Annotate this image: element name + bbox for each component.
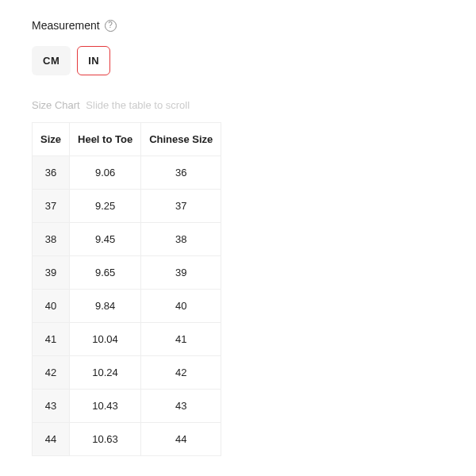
cell-heel-to-toe: 9.25 bbox=[70, 190, 141, 223]
cell-heel-to-toe: 9.65 bbox=[70, 256, 141, 290]
help-icon[interactable]: ? bbox=[105, 20, 117, 32]
size-measurement-panel: Measurement ? CM IN Size Chart Slide the… bbox=[0, 0, 476, 456]
table-row: 4410.6344 bbox=[33, 423, 221, 456]
cell-heel-to-toe: 10.43 bbox=[70, 390, 141, 423]
cell-heel-to-toe: 10.24 bbox=[70, 356, 141, 390]
size-chart-scroll-hint: Slide the table to scroll bbox=[86, 99, 190, 111]
size-chart-label: Size Chart bbox=[32, 99, 80, 111]
cell-chinese-size: 44 bbox=[141, 423, 221, 456]
table-row: 369.0636 bbox=[33, 156, 221, 190]
col-size: Size bbox=[33, 123, 70, 156]
cell-chinese-size: 39 bbox=[141, 256, 221, 290]
col-heel-to-toe: Heel to Toe bbox=[70, 123, 141, 156]
measurement-header: Measurement ? bbox=[32, 19, 476, 32]
cell-heel-to-toe: 9.45 bbox=[70, 223, 141, 256]
table-row: 4110.0441 bbox=[33, 323, 221, 356]
cell-size: 44 bbox=[33, 423, 70, 456]
cell-size: 39 bbox=[33, 256, 70, 290]
cell-chinese-size: 40 bbox=[141, 290, 221, 323]
table-row: 409.8440 bbox=[33, 290, 221, 323]
unit-in-button[interactable]: IN bbox=[77, 46, 110, 75]
cell-size: 38 bbox=[33, 223, 70, 256]
table-row: 379.2537 bbox=[33, 190, 221, 223]
cell-heel-to-toe: 10.63 bbox=[70, 423, 141, 456]
cell-size: 40 bbox=[33, 290, 70, 323]
col-chinese-size: Chinese Size bbox=[141, 123, 221, 156]
cell-size: 36 bbox=[33, 156, 70, 190]
cell-size: 43 bbox=[33, 390, 70, 423]
table-header-row: Size Heel to Toe Chinese Size bbox=[33, 123, 221, 156]
table-row: 4210.2442 bbox=[33, 356, 221, 390]
table-row: 399.6539 bbox=[33, 256, 221, 290]
cell-size: 37 bbox=[33, 190, 70, 223]
size-chart-hint: Size Chart Slide the table to scroll bbox=[32, 99, 476, 111]
cell-chinese-size: 38 bbox=[141, 223, 221, 256]
cell-heel-to-toe: 10.04 bbox=[70, 323, 141, 356]
size-chart-table[interactable]: Size Heel to Toe Chinese Size 369.063637… bbox=[32, 122, 221, 456]
cell-chinese-size: 37 bbox=[141, 190, 221, 223]
cell-heel-to-toe: 9.06 bbox=[70, 156, 141, 190]
cell-size: 41 bbox=[33, 323, 70, 356]
cell-chinese-size: 42 bbox=[141, 356, 221, 390]
table-row: 4310.4343 bbox=[33, 390, 221, 423]
cell-chinese-size: 43 bbox=[141, 390, 221, 423]
cell-heel-to-toe: 9.84 bbox=[70, 290, 141, 323]
unit-toggle: CM IN bbox=[32, 46, 476, 75]
cell-chinese-size: 41 bbox=[141, 323, 221, 356]
unit-cm-button[interactable]: CM bbox=[32, 46, 71, 75]
measurement-label: Measurement bbox=[32, 19, 100, 32]
cell-size: 42 bbox=[33, 356, 70, 390]
table-row: 389.4538 bbox=[33, 223, 221, 256]
cell-chinese-size: 36 bbox=[141, 156, 221, 190]
